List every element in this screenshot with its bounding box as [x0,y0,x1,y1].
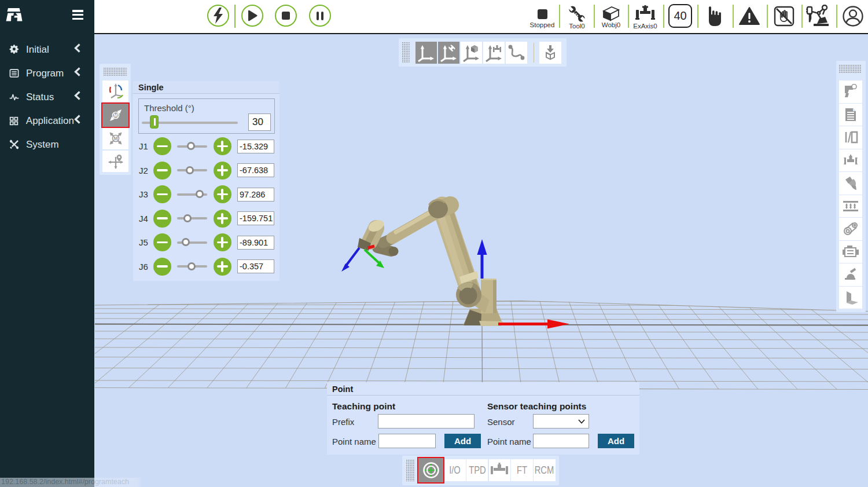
svg-text:M: M [113,136,117,141]
svg-text:M: M [113,112,117,118]
